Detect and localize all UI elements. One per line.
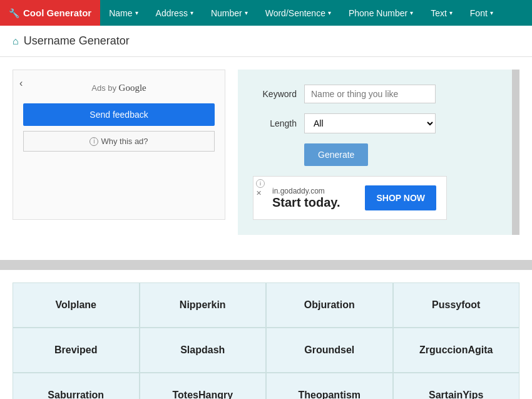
result-cell[interactable]: ZrguccionAgita: [393, 328, 520, 373]
chevron-down-icon: ▾: [245, 9, 248, 16]
wrench-icon: 🔧: [9, 8, 19, 18]
keyword-input[interactable]: [304, 85, 436, 103]
result-cell[interactable]: Breviped: [13, 328, 140, 373]
home-icon: ⌂: [13, 36, 19, 47]
godaddy-headline: Start today.: [272, 195, 340, 210]
ad-controls: i ✕: [256, 179, 265, 197]
navbar: 🔧 Cool Generator Name ▾ Address ▾ Number…: [0, 0, 532, 26]
generate-button[interactable]: Generate: [304, 143, 368, 166]
brand-label: Cool Generator: [23, 8, 91, 18]
godaddy-shop-button[interactable]: SHOP NOW: [365, 185, 436, 210]
ad-info-icon[interactable]: i: [256, 179, 265, 188]
brand-logo[interactable]: 🔧 Cool Generator: [0, 0, 100, 26]
result-cell[interactable]: SartainYips: [393, 373, 520, 399]
why-this-ad-button[interactable]: i Why this ad?: [23, 131, 215, 152]
nav-item-text[interactable]: Text ▾: [422, 0, 461, 26]
result-cell[interactable]: Pussyfoot: [393, 282, 520, 328]
length-label: Length: [253, 118, 297, 128]
godaddy-ad: i ✕ in.godaddy.com Start today. SHOP NOW: [253, 176, 447, 220]
result-cell[interactable]: Theopantism: [266, 373, 393, 399]
length-row: Length All Short Medium Long: [253, 113, 504, 133]
nav-item-number[interactable]: Number ▾: [202, 0, 257, 26]
godaddy-text: in.godaddy.com Start today.: [263, 187, 340, 210]
nav-item-name[interactable]: Name ▾: [100, 0, 146, 26]
chevron-down-icon: ▾: [190, 9, 193, 16]
scrollbar[interactable]: [512, 70, 519, 235]
send-feedback-button[interactable]: Send feedback: [23, 103, 215, 126]
ad-close-icon[interactable]: ✕: [256, 189, 265, 197]
chevron-down-icon: ▾: [490, 9, 493, 16]
section-divider: [0, 260, 532, 270]
keyword-label: Keyword: [253, 89, 297, 99]
keyword-row: Keyword: [253, 85, 504, 103]
results-grid: VolplaneNipperkinObjurationPussyfootBrev…: [0, 270, 532, 399]
result-cell[interactable]: Slapdash: [140, 328, 267, 373]
chevron-down-icon: ▾: [410, 9, 413, 16]
result-cell[interactable]: Saburration: [13, 373, 140, 399]
chevron-down-icon: ▾: [135, 9, 138, 16]
main-content: ‹ Ads by Google Send feedback i Why this…: [0, 57, 532, 247]
page-title: Username Generator: [24, 34, 130, 48]
ad-panel: ‹ Ads by Google Send feedback i Why this…: [13, 70, 225, 220]
nav-item-word-sentence[interactable]: Word/Sentence ▾: [257, 0, 340, 26]
ads-by-google-label: Ads by Google: [23, 80, 215, 93]
chevron-down-icon: ▾: [328, 9, 331, 16]
nav-item-font[interactable]: Font ▾: [461, 0, 502, 26]
breadcrumb: ⌂ Username Generator: [0, 26, 532, 57]
info-icon: i: [90, 137, 98, 146]
result-cell[interactable]: TotesHangry: [140, 373, 267, 399]
generator-panel: Keyword Length All Short Medium Long Gen…: [238, 70, 519, 235]
result-cell[interactable]: Volplane: [13, 282, 140, 328]
result-cell[interactable]: Nipperkin: [140, 282, 267, 328]
nav-item-phone-number[interactable]: Phone Number ▾: [340, 0, 422, 26]
chevron-down-icon: ▾: [449, 9, 453, 16]
result-cell[interactable]: Groundsel: [266, 328, 393, 373]
godaddy-url: in.godaddy.com: [272, 187, 340, 195]
result-cell[interactable]: Objuration: [266, 282, 393, 328]
nav-item-address[interactable]: Address ▾: [147, 0, 202, 26]
back-arrow-icon[interactable]: ‹: [19, 78, 23, 89]
length-select[interactable]: All Short Medium Long: [304, 113, 436, 133]
